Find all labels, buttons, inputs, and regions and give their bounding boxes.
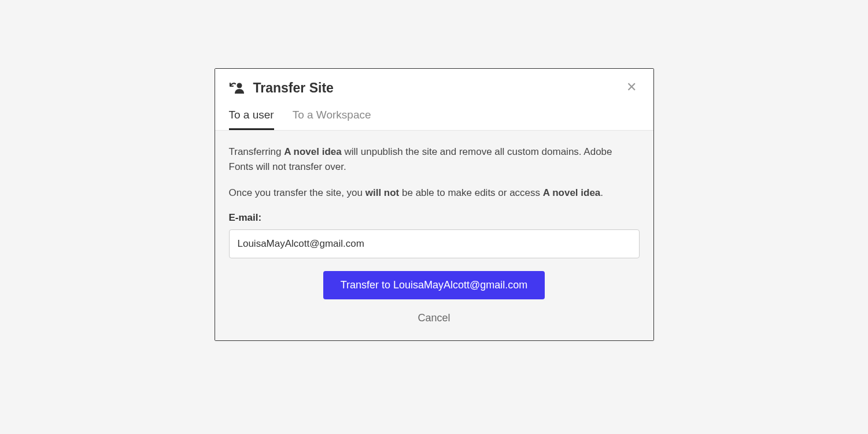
- tab-to-user[interactable]: To a user: [229, 109, 274, 130]
- close-icon: ✕: [626, 81, 637, 94]
- title-row: Transfer Site: [229, 80, 640, 96]
- info-text: .: [600, 187, 603, 198]
- email-label: E-mail:: [229, 212, 640, 224]
- site-name: A novel idea: [543, 187, 601, 198]
- cancel-button[interactable]: Cancel: [418, 312, 450, 324]
- modal-body: Transferring A novel idea will unpublish…: [215, 130, 653, 340]
- transfer-site-modal: Transfer Site ✕ To a user To a Workspace…: [215, 68, 654, 341]
- info-paragraph-2: Once you transfer the site, you will not…: [229, 186, 640, 201]
- info-text: Transferring: [229, 146, 285, 157]
- tab-to-workspace[interactable]: To a Workspace: [293, 109, 371, 130]
- modal-title: Transfer Site: [253, 80, 334, 96]
- actions: Transfer to LouisaMayAlcott@gmail.com Ca…: [229, 271, 640, 324]
- info-paragraph-1: Transferring A novel idea will unpublish…: [229, 144, 640, 174]
- transfer-button[interactable]: Transfer to LouisaMayAlcott@gmail.com: [323, 271, 545, 299]
- tabs: To a user To a Workspace: [229, 109, 640, 130]
- info-text: be able to make edits or access: [399, 187, 543, 198]
- transfer-user-icon: [229, 82, 245, 95]
- will-not-text: will not: [365, 187, 400, 198]
- email-input[interactable]: [229, 229, 640, 258]
- site-name: A novel idea: [284, 146, 342, 157]
- modal-header: Transfer Site ✕ To a user To a Workspace: [215, 69, 653, 130]
- close-button[interactable]: ✕: [623, 79, 640, 95]
- info-text: Once you transfer the site, you: [229, 187, 365, 198]
- svg-point-0: [237, 83, 242, 88]
